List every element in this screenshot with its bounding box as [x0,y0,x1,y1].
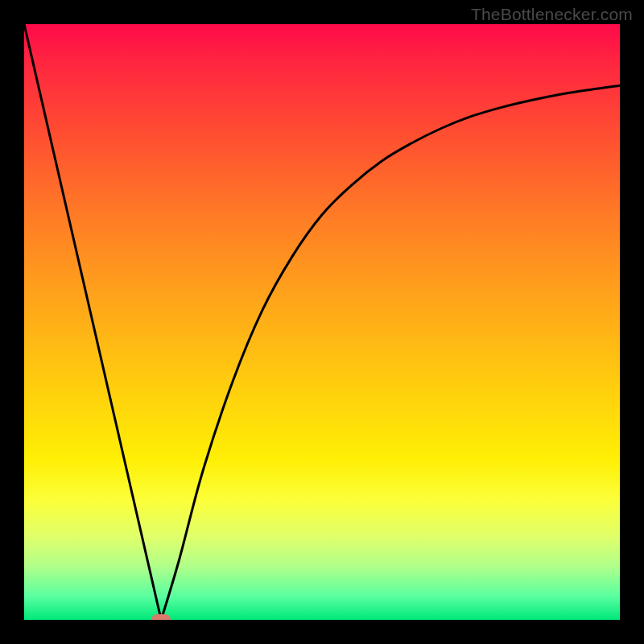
chart-frame: TheBottlenecker.com [0,0,644,644]
curve-svg [24,24,620,620]
plot-area [24,24,620,620]
optimal-marker [151,614,171,620]
watermark-label: TheBottlenecker.com [471,5,633,24]
bottleneck-curve [24,24,620,620]
